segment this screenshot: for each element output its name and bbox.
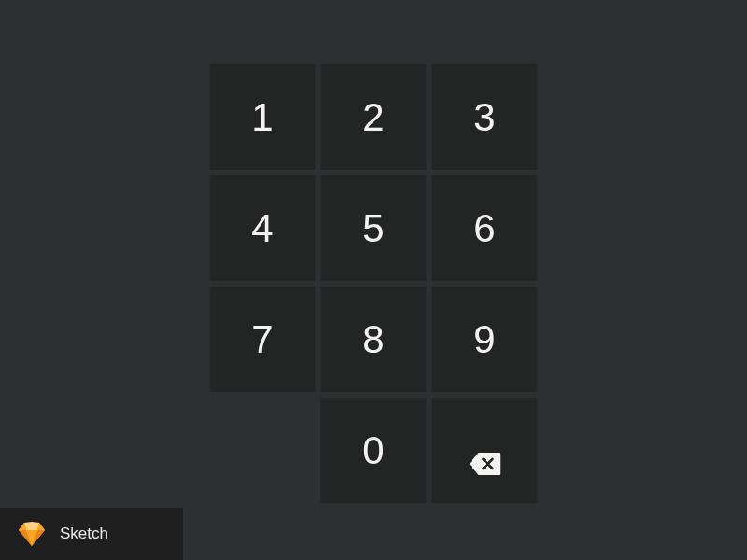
key-label: 7 [251,317,273,362]
key-label: 4 [251,206,273,251]
key-label: 9 [473,317,495,362]
key-9[interactable]: 9 [432,287,538,392]
key-label: 8 [362,317,384,362]
key-label: 0 [362,428,384,473]
key-label: 6 [473,206,495,251]
key-6[interactable]: 6 [432,175,538,281]
key-5[interactable]: 5 [321,175,427,281]
keypad: 1 2 3 4 5 6 7 8 9 0 [210,64,538,503]
key-label: 5 [362,206,384,251]
key-7[interactable]: 7 [210,287,316,392]
footer-badge: Sketch [0,508,183,560]
key-3[interactable]: 3 [432,64,538,170]
sketch-icon [19,522,45,546]
backspace-icon [469,440,500,462]
key-8[interactable]: 8 [321,287,427,392]
key-backspace[interactable] [432,398,538,503]
key-label: 3 [473,95,495,140]
key-4[interactable]: 4 [210,175,316,281]
key-label: 1 [251,95,273,140]
key-2[interactable]: 2 [321,64,427,170]
footer-label: Sketch [60,525,108,543]
key-blank [210,398,316,503]
svg-marker-1 [24,522,39,530]
key-1[interactable]: 1 [210,64,316,170]
key-0[interactable]: 0 [321,398,427,503]
key-label: 2 [362,95,384,140]
